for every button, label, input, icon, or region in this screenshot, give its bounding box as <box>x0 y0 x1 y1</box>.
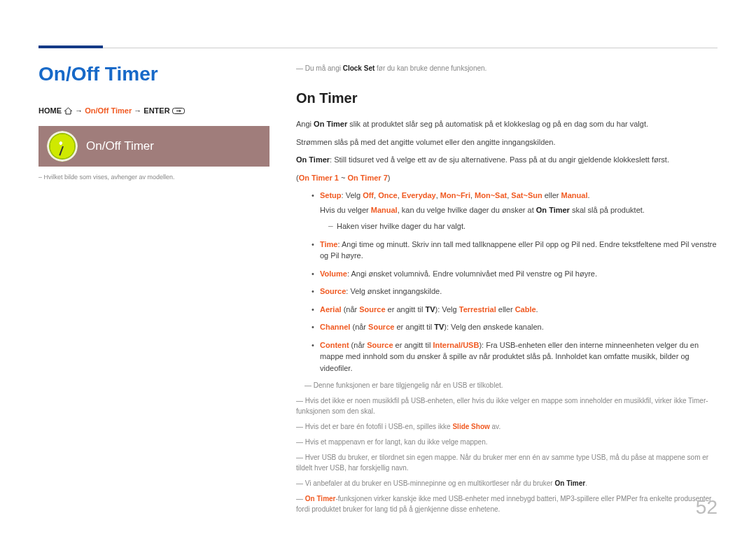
footnote-7: ― On Timer-funksjonen virker kanskje ikk… <box>296 493 718 514</box>
page-number: 52 <box>696 496 718 519</box>
note-text: Du må angi <box>305 64 343 72</box>
note-text: før du kan bruke denne funksjonen. <box>374 64 486 72</box>
setup-hake: Haken viser hvilke dager du har valgt. <box>328 220 718 232</box>
footnote-1: ― Denne funksjonen er bare tilgjengelig … <box>304 380 718 391</box>
footnote-text: Hvilket bilde som vises, avhenger av mod… <box>44 174 175 181</box>
footnote-3: ― Hvis det er bare én fotofil i USB-en, … <box>296 421 718 432</box>
footnote-2: ― Hvis det ikke er noen musikkfil på USB… <box>296 395 718 416</box>
timer-range: (On Timer 1 ~ On Timer 7) <box>296 172 718 184</box>
footnote-6: ― Vi anbefaler at du bruker en USB-minne… <box>296 478 718 489</box>
option-setup: Setup: Velg Off, Once, Everyday, Mon~Fri… <box>312 190 718 232</box>
breadcrumb: HOME → On/Off Timer → ENTER <box>38 106 270 116</box>
menu-tile: On/Off Timer <box>38 126 270 167</box>
option-time: Time: Angi time og minutt. Skriv inn tal… <box>312 239 718 262</box>
footnote-5: ― Hver USB du bruker, er tilordnet sin e… <box>296 452 718 473</box>
left-footnote: – Hvilket bilde som vises, avhenger av m… <box>38 174 270 181</box>
option-content: Content (når Source er angitt til Intern… <box>312 339 718 374</box>
clock-set-label: Clock Set <box>343 64 375 72</box>
setup-line2: Hvis du velger Manual, kan du velge hvil… <box>320 204 718 216</box>
option-volume: Volume: Angi ønsket volumnivå. Endre vol… <box>312 268 718 280</box>
menu-tile-label: On/Off Timer <box>86 139 154 153</box>
intro-line-1: Angi On Timer slik at produktet slår seg… <box>296 118 718 130</box>
footnote-4: ― Hvis et mappenavn er for langt, kan du… <box>296 437 718 447</box>
breadcrumb-arrow: → <box>75 106 85 115</box>
option-channel: Channel (når Source er angitt til TV): V… <box>312 321 718 333</box>
timer-icon <box>47 131 78 162</box>
breadcrumb-enter: ENTER <box>144 106 169 115</box>
breadcrumb-mid: On/Off Timer <box>85 106 132 115</box>
options-list: Setup: Velg Off, Once, Everyday, Mon~Fri… <box>312 190 718 374</box>
enter-icon <box>172 107 185 116</box>
left-column: On/Off Timer HOME → On/Off Timer → ENTER… <box>38 63 270 519</box>
breadcrumb-arrow: → <box>134 106 144 115</box>
manual-page: On/Off Timer HOME → On/Off Timer → ENTER… <box>0 0 756 534</box>
page-title: On/Off Timer <box>38 63 270 85</box>
breadcrumb-home: HOME <box>38 106 62 115</box>
home-icon <box>64 107 73 116</box>
right-column: ― Du må angi Clock Set før du kan bruke … <box>296 63 718 519</box>
option-aerial: Aerial (når Source er angitt til TV): Ve… <box>312 304 718 316</box>
intro-line-2: Strømmen slås på med det angitte volumet… <box>296 136 718 148</box>
top-rule <box>38 48 718 48</box>
option-source: Source: Velg ønsket inngangskilde. <box>312 286 718 297</box>
section-heading: On Timer <box>296 87 718 108</box>
intro-line-3: On Timer: Still tidsuret ved å velge ett… <box>296 154 718 166</box>
clockset-note: ― Du må angi Clock Set før du kan bruke … <box>296 63 718 73</box>
accent-rule <box>38 45 103 48</box>
